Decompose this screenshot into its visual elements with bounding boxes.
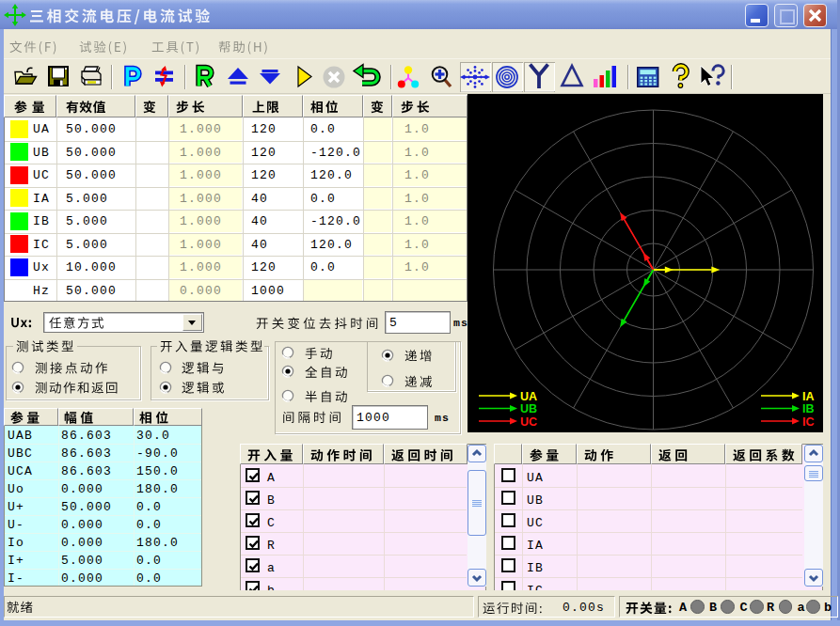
svg-text:IA: IA bbox=[802, 390, 815, 403]
svg-text:UC: UC bbox=[520, 415, 537, 429]
svg-text:UB: UB bbox=[520, 402, 537, 415]
svg-text:IB: IB bbox=[802, 402, 815, 415]
svg-text:UA: UA bbox=[520, 390, 537, 403]
svg-text:IC: IC bbox=[802, 415, 815, 429]
